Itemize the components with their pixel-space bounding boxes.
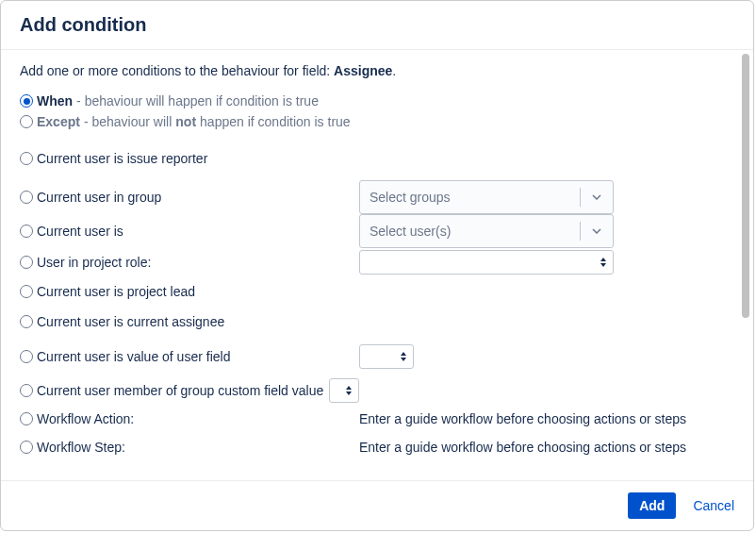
mode-except-desc-a: - behaviour will bbox=[84, 114, 172, 129]
radio-user-in-group[interactable] bbox=[20, 191, 33, 204]
label-workflow-action: Workflow Action: bbox=[37, 411, 134, 426]
radio-except[interactable] bbox=[20, 115, 33, 128]
label-project-lead: Current user is project lead bbox=[37, 284, 195, 299]
label-user-in-group: Current user in group bbox=[37, 190, 161, 205]
select-user-field[interactable] bbox=[359, 344, 414, 369]
select-project-role[interactable] bbox=[359, 250, 614, 275]
radio-issue-reporter[interactable] bbox=[20, 152, 33, 165]
mode-except-row[interactable]: Except - behaviour will not happen if co… bbox=[20, 112, 721, 131]
label-current-assignee: Current user is current assignee bbox=[37, 314, 224, 329]
dialog-body: Add one or more conditions to the behavi… bbox=[1, 50, 740, 480]
cond-current-assignee[interactable]: Current user is current assignee bbox=[20, 307, 721, 337]
select-users-caret[interactable] bbox=[581, 228, 613, 234]
select-users[interactable]: Select user(s) bbox=[359, 214, 614, 248]
dialog-footer: Add Cancel bbox=[1, 480, 753, 530]
mode-when-row[interactable]: When - behaviour will happen if conditio… bbox=[20, 92, 721, 110]
select-group-cf[interactable] bbox=[329, 378, 359, 403]
select-groups[interactable]: Select groups bbox=[359, 180, 614, 214]
intro-prefix: Add one or more conditions to the behavi… bbox=[20, 63, 334, 78]
radio-workflow-action[interactable] bbox=[20, 412, 33, 425]
add-condition-dialog: Add condition Add one or more conditions… bbox=[0, 0, 754, 531]
select-groups-placeholder: Select groups bbox=[360, 190, 580, 205]
select-users-placeholder: Select user(s) bbox=[360, 224, 580, 239]
mode-except-label: Except bbox=[37, 114, 80, 129]
updown-icon bbox=[400, 352, 407, 361]
radio-current-assignee[interactable] bbox=[20, 315, 33, 328]
radio-value-user-field[interactable] bbox=[20, 350, 33, 363]
mode-when-desc: - behaviour will happen if condition is … bbox=[76, 93, 319, 108]
mode-except-desc-b: happen if condition is true bbox=[200, 114, 351, 129]
scrollbar-thumb[interactable] bbox=[742, 54, 749, 318]
cond-issue-reporter[interactable]: Current user is issue reporter bbox=[20, 146, 721, 171]
cond-workflow-step[interactable]: Workflow Step: Enter a guide workflow be… bbox=[20, 433, 721, 461]
cancel-button[interactable]: Cancel bbox=[693, 498, 734, 513]
mode-when-label: When bbox=[37, 93, 73, 108]
hint-workflow-action: Enter a guide workflow before choosing a… bbox=[359, 411, 686, 426]
label-workflow-step: Workflow Step: bbox=[37, 440, 125, 455]
mode-except-desc-not: not bbox=[175, 114, 196, 129]
dialog-title: Add condition bbox=[20, 14, 734, 36]
label-value-user-field: Current user is value of user field bbox=[37, 349, 230, 364]
cond-user-in-group[interactable]: Current user in group Select groups bbox=[20, 180, 721, 214]
radio-member-group-cf[interactable] bbox=[20, 384, 33, 397]
intro-field-name: Assignee bbox=[334, 63, 392, 78]
updown-icon bbox=[345, 386, 353, 395]
hint-workflow-step: Enter a guide workflow before choosing a… bbox=[359, 440, 686, 455]
cond-project-role[interactable]: User in project role: bbox=[20, 248, 721, 276]
cond-value-user-field[interactable]: Current user is value of user field bbox=[20, 342, 721, 371]
radio-workflow-step[interactable] bbox=[20, 441, 33, 454]
chevron-down-icon bbox=[592, 228, 601, 234]
label-project-role: User in project role: bbox=[37, 255, 151, 270]
cond-user-is[interactable]: Current user is Select user(s) bbox=[20, 214, 721, 248]
radio-user-is[interactable] bbox=[20, 225, 33, 238]
radio-when[interactable] bbox=[20, 94, 33, 108]
dialog-body-wrap: Add one or more conditions to the behavi… bbox=[1, 50, 753, 480]
cond-workflow-action[interactable]: Workflow Action: Enter a guide workflow … bbox=[20, 405, 721, 433]
label-member-group-cf: Current user member of group custom fiel… bbox=[37, 383, 323, 398]
intro-suffix: . bbox=[392, 63, 396, 78]
cond-project-lead[interactable]: Current user is project lead bbox=[20, 276, 721, 307]
select-groups-caret[interactable] bbox=[581, 194, 613, 200]
scrollbar[interactable] bbox=[742, 54, 751, 476]
updown-icon bbox=[600, 258, 607, 267]
radio-project-role[interactable] bbox=[20, 256, 33, 269]
radio-project-lead[interactable] bbox=[20, 285, 33, 298]
chevron-down-icon bbox=[592, 194, 601, 200]
label-issue-reporter: Current user is issue reporter bbox=[37, 151, 207, 166]
dialog-header: Add condition bbox=[1, 1, 753, 50]
add-button[interactable]: Add bbox=[628, 492, 676, 519]
label-user-is: Current user is bbox=[37, 224, 123, 239]
cond-member-group-cf[interactable]: Current user member of group custom fiel… bbox=[20, 376, 721, 405]
intro-text: Add one or more conditions to the behavi… bbox=[20, 63, 721, 78]
